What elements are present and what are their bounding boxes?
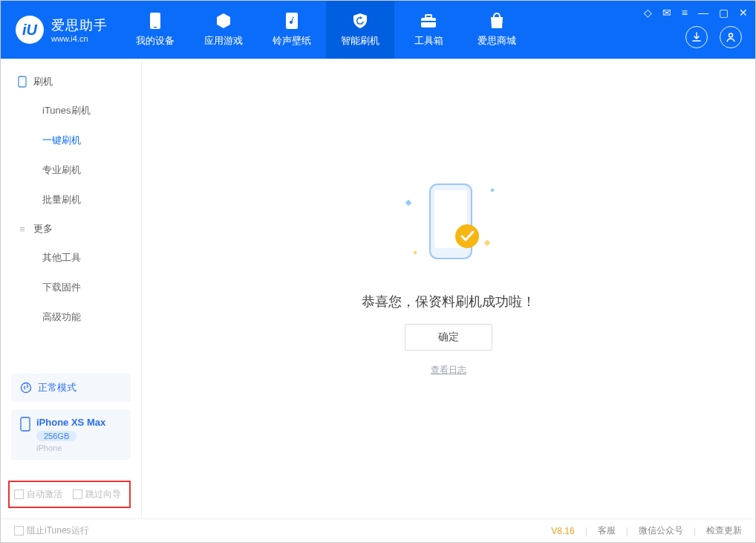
- minimize-button[interactable]: —: [698, 7, 708, 19]
- checkbox-icon: [14, 526, 24, 536]
- tab-my-device[interactable]: 我的设备: [121, 1, 189, 59]
- sidebar-item-oneclick-flash[interactable]: 一键刷机: [1, 126, 141, 155]
- tab-store[interactable]: 爱思商城: [463, 1, 531, 59]
- phone-icon: [20, 417, 30, 432]
- footer-link-wechat[interactable]: 微信公众号: [639, 524, 683, 537]
- device-subtitle: iPhone: [36, 443, 105, 452]
- cube-icon: [215, 12, 232, 30]
- sidebar-item-batch-flash[interactable]: 批量刷机: [1, 185, 141, 215]
- option-block-itunes[interactable]: 阻止iTunes运行: [14, 524, 89, 537]
- close-button[interactable]: ✕: [739, 7, 748, 19]
- tab-label: 应用游戏: [204, 34, 243, 48]
- sidebar-item-other-tools[interactable]: 其他工具: [1, 243, 141, 273]
- menu-icon[interactable]: ≡: [682, 7, 688, 19]
- main-tabs: 我的设备 应用游戏 铃声壁纸 智能刷机 工具箱: [121, 1, 531, 59]
- app-url: www.i4.cn: [51, 34, 108, 43]
- option-skip-guide[interactable]: 跳过向导: [73, 488, 121, 501]
- skin-icon[interactable]: ◇: [644, 7, 652, 19]
- main-content: 恭喜您，保资料刷机成功啦！ 确定 查看日志: [142, 59, 755, 518]
- device-mode-label: 正常模式: [38, 381, 76, 394]
- toolbox-icon: [420, 12, 437, 30]
- bag-icon: [488, 12, 506, 30]
- tab-flash[interactable]: 智能刷机: [326, 1, 394, 59]
- view-log-link[interactable]: 查看日志: [431, 364, 466, 377]
- tab-label: 铃声壁纸: [273, 34, 311, 48]
- user-icon: [725, 31, 737, 43]
- tab-label: 智能刷机: [341, 34, 379, 48]
- more-lines-icon: ≡: [17, 224, 27, 234]
- sidebar-item-advanced[interactable]: 高级功能: [1, 302, 141, 332]
- logo-icon: iU: [16, 16, 44, 44]
- download-icon: [691, 31, 703, 43]
- tab-label: 爱思商城: [478, 34, 516, 48]
- svg-point-12: [455, 224, 479, 248]
- maximize-button[interactable]: ▢: [719, 7, 729, 19]
- tab-label: 工具箱: [414, 34, 443, 48]
- footer-link-update[interactable]: 检查更新: [706, 524, 742, 537]
- checkbox-icon: [73, 490, 82, 499]
- svg-rect-0: [150, 13, 160, 29]
- ok-button[interactable]: 确定: [405, 324, 492, 351]
- tab-toolbox[interactable]: 工具箱: [394, 1, 463, 59]
- success-message: 恭喜您，保资料刷机成功啦！: [362, 293, 535, 310]
- sidebar-group-more[interactable]: ≡ 更多: [1, 215, 141, 243]
- option-auto-activate[interactable]: 自动激活: [14, 488, 62, 501]
- shield-refresh-icon: [351, 12, 369, 30]
- svg-rect-4: [426, 15, 431, 18]
- svg-rect-3: [421, 18, 436, 27]
- phone-outline-icon: [17, 77, 27, 87]
- sidebar-item-itunes-flash[interactable]: iTunes刷机: [1, 96, 141, 126]
- svg-rect-9: [21, 417, 30, 431]
- header-right-actions: [685, 26, 742, 48]
- window-controls: ◇ ✉ ≡ — ▢ ✕: [644, 7, 748, 19]
- sidebar-group-flash[interactable]: 刷机: [1, 68, 141, 96]
- success-illustration: [393, 178, 504, 275]
- sidebar-item-pro-flash[interactable]: 专业刷机: [1, 155, 141, 185]
- music-file-icon: [283, 12, 301, 30]
- flash-options-row: 自动激活 跳过向导: [8, 481, 131, 508]
- account-button[interactable]: [720, 26, 742, 48]
- app-name: 爱思助手: [51, 16, 108, 34]
- device-name: iPhone XS Max: [36, 417, 105, 428]
- device-card[interactable]: iPhone XS Max 256GB iPhone: [11, 409, 131, 460]
- svg-point-6: [729, 33, 733, 37]
- svg-rect-5: [421, 21, 436, 22]
- checkbox-icon: [14, 490, 24, 499]
- device-capacity: 256GB: [36, 431, 76, 441]
- sidebar-group-title: 刷机: [33, 75, 53, 88]
- device-mode-card[interactable]: 正常模式: [11, 374, 131, 402]
- status-bar: 阻止iTunes运行 V8.16 | 客服 | 微信公众号 | 检查更新: [1, 518, 755, 542]
- device-icon: [146, 12, 164, 30]
- sidebar-item-download-fw[interactable]: 下载固件: [1, 273, 141, 302]
- app-header: iU 爱思助手 www.i4.cn 我的设备 应用游戏 铃声壁纸: [1, 1, 755, 59]
- sidebar: 刷机 iTunes刷机 一键刷机 专业刷机 批量刷机 ≡ 更多 其他工具 下载固…: [1, 59, 142, 518]
- tab-apps[interactable]: 应用游戏: [189, 1, 258, 59]
- app-logo: iU 爱思助手 www.i4.cn: [1, 16, 121, 44]
- sidebar-group-title: 更多: [33, 222, 53, 235]
- download-button[interactable]: [685, 26, 708, 48]
- svg-point-8: [22, 383, 31, 393]
- feedback-icon[interactable]: ✉: [662, 7, 671, 19]
- footer-link-support[interactable]: 客服: [598, 524, 616, 537]
- tab-ringtones[interactable]: 铃声壁纸: [258, 1, 326, 59]
- svg-rect-7: [19, 77, 26, 87]
- mode-swap-icon: [20, 382, 32, 394]
- tab-label: 我的设备: [136, 34, 175, 48]
- version-label: V8.16: [551, 526, 574, 536]
- svg-rect-1: [154, 27, 157, 27]
